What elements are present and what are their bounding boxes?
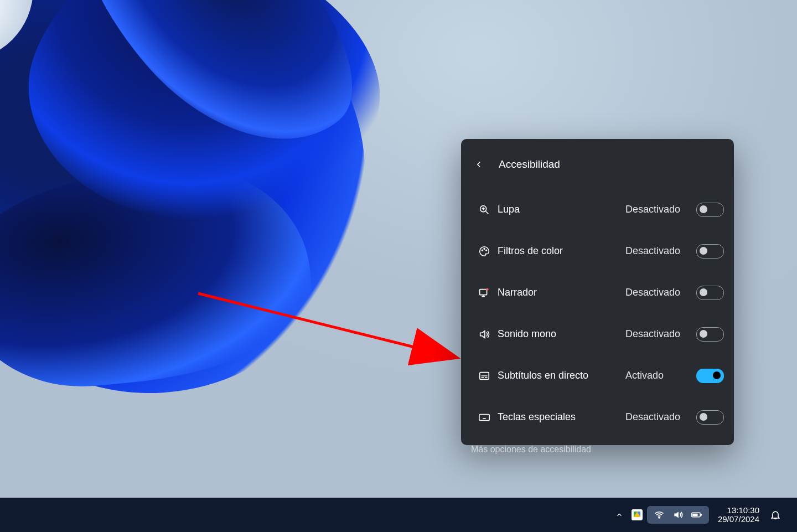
item-status: Desactivado (625, 411, 686, 423)
svg-rect-9 (479, 414, 489, 420)
toggle-knob (700, 247, 707, 255)
wifi-icon (654, 509, 665, 520)
accessibility-item-colorfilter[interactable]: Filtros de colorDesactivado (461, 230, 734, 272)
accessibility-item-livecaptions[interactable]: Subtítulos en directoActivado (461, 355, 734, 396)
system-tray: 13:10:30 29/07/2024 (612, 498, 797, 532)
item-status: Desactivado (625, 204, 686, 215)
svg-rect-13 (692, 514, 697, 516)
accessibility-item-monosound[interactable]: Sonido monoDesactivado (461, 313, 734, 355)
toggle-livecaptions[interactable] (696, 369, 724, 383)
svg-rect-12 (701, 514, 702, 515)
back-button[interactable] (471, 157, 487, 172)
speaker-icon (471, 328, 498, 340)
item-label: Narrador (498, 287, 625, 298)
item-status: Desactivado (625, 287, 686, 298)
item-label: Filtros de color (498, 245, 625, 257)
accessibility-item-magnifier[interactable]: LupaDesactivado (461, 189, 734, 230)
volume-icon (672, 509, 684, 520)
bell-icon (770, 509, 781, 520)
keyboard-icon (471, 411, 498, 423)
svg-point-10 (659, 517, 660, 518)
taskbar-date: 29/07/2024 (718, 515, 759, 524)
captions-icon (471, 370, 498, 382)
item-label: Teclas especiales (498, 411, 625, 423)
google-drive-icon (632, 509, 643, 520)
toggle-knob (700, 330, 707, 338)
svg-point-5 (486, 250, 487, 251)
taskbar: 13:10:30 29/07/2024 (0, 498, 797, 532)
item-status: Activado (625, 370, 686, 381)
chevron-up-icon (615, 511, 623, 519)
toggle-knob (700, 413, 707, 421)
accessibility-items: LupaDesactivadoFiltros de colorDesactiva… (461, 185, 734, 438)
accessibility-item-stickykeys[interactable]: Teclas especialesDesactivado (461, 396, 734, 438)
item-label: Sonido mono (498, 328, 625, 340)
item-label: Lupa (498, 204, 625, 215)
toggle-knob (713, 371, 721, 379)
notifications-button[interactable] (768, 508, 783, 522)
svg-point-7 (486, 288, 488, 290)
more-accessibility-link[interactable]: Más opciones de accesibilidad (461, 438, 734, 464)
toggle-magnifier[interactable] (696, 203, 724, 217)
arrow-left-icon (474, 159, 484, 169)
svg-point-3 (482, 250, 483, 251)
item-label: Subtítulos en directo (498, 370, 625, 381)
item-status: Desactivado (625, 245, 686, 257)
accessibility-item-narrator[interactable]: NarradorDesactivado (461, 272, 734, 313)
taskbar-clock[interactable]: 13:10:30 29/07/2024 (713, 506, 764, 524)
svg-point-4 (484, 248, 485, 249)
panel-header: Accesibilidad (461, 139, 734, 185)
narrator-icon (471, 287, 498, 299)
toggle-knob (700, 288, 707, 296)
battery-icon (691, 509, 702, 520)
toggle-knob (700, 205, 707, 213)
network-volume-battery-button[interactable] (647, 506, 709, 524)
item-status: Desactivado (625, 328, 686, 340)
svg-rect-6 (480, 289, 487, 295)
magnifier-icon (471, 204, 498, 216)
taskbar-time: 13:10:30 (727, 506, 759, 515)
panel-title: Accesibilidad (499, 158, 560, 171)
toggle-narrator[interactable] (696, 286, 724, 300)
tray-overflow-button[interactable] (612, 507, 627, 523)
wallpaper-bloom (0, 0, 498, 471)
google-drive-tray-icon[interactable] (632, 509, 643, 520)
toggle-monosound[interactable] (696, 327, 724, 342)
palette-icon (471, 245, 498, 257)
accessibility-panel: Accesibilidad LupaDesactivadoFiltros de … (461, 139, 734, 445)
toggle-stickykeys[interactable] (696, 410, 724, 425)
toggle-colorfilter[interactable] (696, 244, 724, 259)
